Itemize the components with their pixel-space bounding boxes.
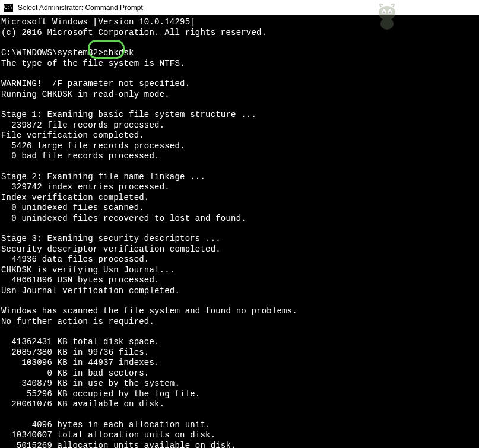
terminal-line [1,38,478,48]
terminal-line: 5426 large file records processed. [1,141,478,152]
terminal-line: 10340607 total allocation units on disk. [1,430,478,441]
terminal-line: 239872 file records processed. [1,120,478,131]
terminal-line: 0 KB in bad sectors. [1,368,478,379]
terminal-line: C:\WINDOWS\system32>chkdsk [1,48,478,59]
terminal-line [1,410,478,420]
terminal-line: 0 unindexed files recovered to lost and … [1,214,478,224]
terminal-line: 103096 KB in 44937 indexes. [1,358,478,368]
terminal-line: 55296 KB occupied by the log file. [1,389,478,400]
terminal-line [1,224,478,234]
terminal-line: WARNING! /F parameter not specified. [1,79,478,90]
window-titlebar[interactable]: C:\ Select Administrator: Command Prompt [0,0,479,15]
terminal-line: 0 bad file records processed. [1,151,478,162]
terminal-line: Stage 3: Examining security descriptors … [1,234,478,244]
terminal-line: 40661896 USN bytes processed. [1,275,478,286]
terminal-line: 329742 index entries processed. [1,182,478,193]
terminal-output[interactable]: Microsoft Windows [Version 10.0.14295](c… [0,15,479,448]
terminal-line: Stage 2: Examining file name linkage ... [1,172,478,183]
terminal-line: (c) 2016 Microsoft Corporation. All righ… [1,28,478,39]
terminal-line: 41362431 KB total disk space. [1,337,478,348]
terminal-line: Windows has scanned the file system and … [1,306,478,317]
terminal-line: 340879 KB in use by the system. [1,379,478,389]
window-title: Select Administrator: Command Prompt [18,4,143,12]
terminal-line: 20857380 KB in 99736 files. [1,348,478,358]
terminal-line: Usn Journal verification completed. [1,286,478,297]
terminal-line: 5015269 allocation units available on di… [1,441,478,449]
terminal-line: CHKDSK is verifying Usn Journal... [1,265,478,276]
cmd-icon: C:\ [4,4,13,12]
terminal-line [1,100,478,110]
terminal-line: Microsoft Windows [Version 10.0.14295] [1,17,478,28]
terminal-line: Index verification completed. [1,193,478,204]
terminal-line: 0 unindexed files scanned. [1,203,478,214]
terminal-line: 4096 bytes in each allocation unit. [1,420,478,431]
terminal-line: File verification completed. [1,131,478,141]
terminal-line: No further action is required. [1,317,478,328]
terminal-line: The type of the file system is NTFS. [1,59,478,69]
terminal-line [1,327,478,337]
terminal-line: Stage 1: Examining basic file system str… [1,110,478,120]
terminal-line [1,296,478,306]
terminal-line: 44936 data files processed. [1,255,478,265]
terminal-line [1,69,478,79]
terminal-line: Running CHKDSK in read-only mode. [1,90,478,100]
terminal-line: Security descriptor verification complet… [1,244,478,255]
terminal-line: 20061076 KB available on disk. [1,399,478,410]
terminal-line [1,162,478,172]
